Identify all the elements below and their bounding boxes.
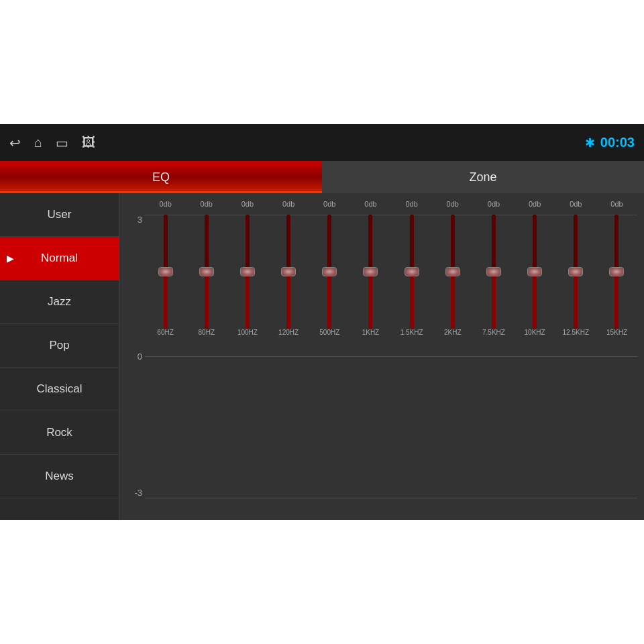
slider-track-10khz[interactable] — [533, 215, 537, 329]
time-display: 00:03 — [600, 135, 635, 150]
slider-track-1_5khz[interactable] — [410, 215, 414, 329]
sidebar: User ▶ Normal Jazz Pop Classical Rock Ne… — [0, 193, 119, 520]
sliders-container: 0db 0db 0db 0db 0db 0db 0db 0db 0db 0db … — [145, 200, 637, 517]
slider-track-60hz[interactable] — [164, 215, 168, 329]
window-icon[interactable]: ▭ — [56, 135, 68, 151]
slider-track-120hz[interactable] — [286, 215, 290, 329]
slider-fill-top-2khz — [451, 215, 455, 272]
slider-col-60hz: 60HZ — [145, 215, 186, 517]
db-labels: 3 0 -3 — [126, 200, 145, 517]
slider-fill-top-1khz — [368, 215, 372, 272]
slider-track-15khz[interactable] — [614, 215, 619, 329]
db-val-2: 0db — [227, 200, 268, 215]
db-label-3: 3 — [138, 215, 145, 225]
slider-col-1khz: 1KHZ — [350, 215, 391, 517]
sidebar-item-classical-label: Classical — [36, 382, 82, 396]
freq-label-80hz: 80HZ — [199, 329, 215, 498]
freq-label-7_5khz: 7.5KHZ — [482, 329, 505, 498]
freq-label-120hz: 120HZ — [278, 329, 299, 498]
slider-thumb-15khz[interactable] — [609, 267, 624, 276]
freq-label-1_5khz: 1.5KHZ — [400, 329, 423, 498]
slider-col-7_5khz: 7.5KHZ — [473, 215, 514, 517]
sidebar-item-rock-label: Rock — [46, 426, 72, 439]
slider-fill-top-60hz — [164, 215, 168, 272]
db-val-6: 0db — [391, 200, 432, 215]
slider-col-500hz: 500HZ — [309, 215, 350, 517]
slider-track-7_5khz[interactable] — [492, 215, 496, 329]
slider-thumb-10khz[interactable] — [527, 267, 542, 276]
slider-fill-bottom-120hz — [286, 272, 290, 329]
bluetooth-icon: ✱ — [585, 136, 595, 150]
eq-area: 3 0 -3 0db 0db 0db 0db 0db 0db 0db — [119, 193, 644, 520]
freq-label-60hz: 60HZ — [157, 329, 173, 498]
slider-thumb-500hz[interactable] — [322, 267, 337, 276]
slider-fill-bottom-10khz — [533, 272, 537, 329]
slider-col-2khz: 2KHZ — [432, 215, 473, 517]
sidebar-item-pop-label: Pop — [49, 339, 69, 352]
tab-eq[interactable]: EQ — [0, 161, 322, 193]
db-label-0: 0 — [138, 352, 145, 362]
db-val-7: 0db — [432, 200, 473, 215]
image-icon[interactable]: 🖼 — [82, 135, 95, 150]
sidebar-item-news[interactable]: News — [0, 455, 119, 498]
slider-thumb-2khz[interactable] — [445, 267, 460, 276]
slider-fill-top-7_5khz — [492, 215, 496, 272]
freq-label-100hz: 100HZ — [237, 329, 258, 498]
slider-col-100hz: 100HZ — [227, 215, 268, 517]
slider-fill-bottom-500hz — [327, 272, 331, 329]
freq-label-15khz: 15KHZ — [606, 329, 627, 498]
slider-col-1_5khz: 1.5KHZ — [391, 215, 432, 517]
db-val-10: 0db — [555, 200, 596, 215]
sidebar-item-jazz-label: Jazz — [48, 295, 71, 309]
db-val-0: 0db — [145, 200, 186, 215]
slider-thumb-120hz[interactable] — [281, 267, 296, 276]
sidebar-item-user-label: User — [48, 208, 72, 221]
freq-label-2khz: 2KHZ — [444, 329, 462, 498]
slider-thumb-100hz[interactable] — [240, 267, 255, 276]
top-bar-right: ✱ 00:03 — [585, 135, 635, 150]
slider-fill-top-120hz — [286, 215, 290, 272]
slider-col-15khz: 15KHZ — [596, 215, 637, 517]
slider-fill-top-1_5khz — [410, 215, 414, 272]
sidebar-item-user[interactable]: User — [0, 193, 119, 237]
sidebar-item-pop[interactable]: Pop — [0, 324, 119, 368]
back-icon[interactable]: ↩ — [9, 135, 21, 151]
slider-track-1khz[interactable] — [368, 215, 372, 329]
slider-fill-bottom-7_5khz — [492, 272, 496, 329]
sidebar-item-classical[interactable]: Classical — [0, 368, 119, 411]
slider-fill-bottom-2khz — [451, 272, 455, 329]
slider-track-12_5khz[interactable] — [574, 215, 578, 329]
slider-thumb-1_5khz[interactable] — [405, 267, 419, 276]
slider-col-10khz: 10KHZ — [515, 215, 555, 517]
slider-thumb-7_5khz[interactable] — [486, 267, 501, 276]
slider-fill-top-500hz — [327, 215, 331, 272]
slider-track-2khz[interactable] — [451, 215, 455, 329]
eq-grid: 3 0 -3 0db 0db 0db 0db 0db 0db 0db — [126, 200, 637, 517]
slider-col-12_5khz: 12.5KHZ — [555, 215, 596, 517]
freq-label-500hz: 500HZ — [319, 329, 339, 498]
slider-thumb-12_5khz[interactable] — [568, 267, 583, 276]
slider-track-100hz[interactable] — [246, 215, 250, 329]
tab-zone[interactable]: Zone — [322, 161, 644, 193]
slider-thumb-1khz[interactable] — [363, 267, 378, 276]
sidebar-item-jazz[interactable]: Jazz — [0, 280, 119, 324]
home-icon[interactable]: ⌂ — [34, 135, 42, 150]
slider-track-80hz[interactable] — [205, 215, 209, 329]
slider-fill-bottom-15khz — [614, 272, 619, 329]
screen: ↩ ⌂ ▭ 🖼 ✱ 00:03 EQ Zone User ▶ Normal — [0, 124, 644, 520]
freq-label-10khz: 10KHZ — [525, 329, 545, 498]
slider-thumb-80hz[interactable] — [199, 267, 214, 276]
play-arrow-icon: ▶ — [7, 253, 14, 264]
slider-track-500hz[interactable] — [327, 215, 331, 329]
slider-fill-bottom-1khz — [368, 272, 372, 329]
slider-fill-bottom-1_5khz — [410, 272, 414, 329]
slider-fill-top-12_5khz — [574, 215, 578, 272]
db-val-5: 0db — [350, 200, 391, 215]
freq-label-1khz: 1KHZ — [362, 329, 380, 498]
slider-fill-top-10khz — [533, 215, 537, 272]
sidebar-item-rock[interactable]: Rock — [0, 411, 119, 455]
tab-zone-label: Zone — [469, 170, 496, 184]
slider-col-80hz: 80HZ — [186, 215, 227, 517]
slider-thumb-60hz[interactable] — [158, 267, 173, 276]
sidebar-item-normal[interactable]: ▶ Normal — [0, 237, 119, 280]
